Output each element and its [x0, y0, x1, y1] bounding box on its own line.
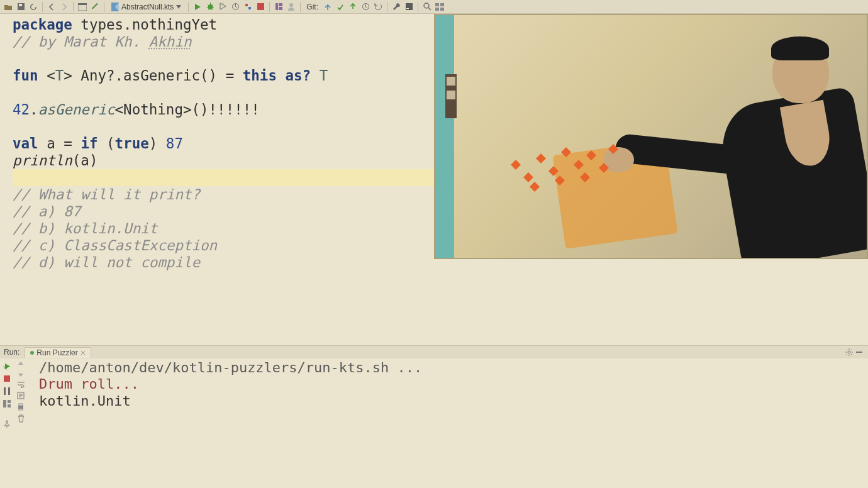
git-update-icon[interactable] [322, 1, 333, 13]
code-text: < [38, 67, 55, 84]
main-toolbar: AbstractNull.kts Git: [0, 0, 868, 14]
stop-icon[interactable] [255, 1, 266, 13]
attach-icon[interactable] [242, 1, 253, 13]
svg-rect-20 [435, 8, 439, 11]
back-icon[interactable] [46, 1, 57, 13]
run-panel: Run: Run Puzzler /home/anton/dev/kotlin-… [0, 345, 868, 488]
code-text [277, 67, 286, 84]
console-line: /home/anton/dev/kotlin-puzzlers/run-kts.… [39, 360, 422, 375]
status-dot-icon [30, 351, 34, 355]
git-revert-icon[interactable] [372, 1, 384, 13]
minimize-icon[interactable] [854, 347, 864, 357]
code-text: ) [149, 135, 166, 152]
git-commit-icon[interactable] [335, 1, 346, 13]
function-call: println [13, 152, 72, 169]
keyword: package [13, 16, 72, 33]
code-text: ( [97, 135, 114, 152]
code-text: . [30, 101, 38, 118]
close-icon[interactable] [81, 350, 86, 355]
layout-icon[interactable] [2, 399, 12, 409]
svg-rect-9 [257, 3, 264, 10]
svg-rect-28 [8, 400, 11, 403]
code-text [311, 67, 320, 84]
collapse-icon[interactable] [434, 1, 445, 13]
trash-icon[interactable] [18, 414, 25, 423]
svg-rect-8 [248, 7, 251, 9]
svg-rect-7 [245, 4, 248, 6]
ide-icon[interactable] [403, 1, 415, 13]
run-icon[interactable] [192, 1, 203, 13]
wrench-icon[interactable] [391, 1, 402, 13]
scroll-icon[interactable] [17, 392, 25, 399]
type-param: T [320, 67, 328, 84]
git-label: Git: [304, 3, 321, 11]
layout-icon[interactable] [273, 1, 284, 13]
comment: // b) kotlin.Unit [13, 220, 157, 236]
method-call: asGeneric [38, 101, 115, 118]
run-header: Run: Run Puzzler [0, 346, 868, 358]
comment: // by Marat Kh. [13, 33, 149, 50]
soft-wrap-icon[interactable] [17, 381, 25, 388]
comment: // c) ClassCastException [13, 237, 217, 253]
run-side-toolbar-1 [0, 358, 14, 488]
down-icon[interactable] [18, 371, 24, 377]
chevron-down-icon [176, 5, 181, 9]
code-editor[interactable]: package types.nothingYet // by Marat Kh.… [0, 14, 434, 345]
keyword: as? [286, 67, 311, 84]
svg-rect-1 [19, 4, 22, 6]
comment: // d) will not compile [13, 254, 200, 270]
code-text: > Any?.asGeneric() = [64, 67, 242, 84]
svg-rect-27 [3, 400, 6, 408]
code-text: types.nothingYet [72, 16, 217, 33]
file-selector[interactable]: AbstractNull.kts [108, 3, 185, 11]
svg-rect-11 [279, 3, 282, 6]
svg-rect-24 [4, 375, 10, 382]
type-param: T [55, 67, 64, 84]
svg-point-13 [289, 3, 293, 7]
file-name: AbstractNull.kts [121, 3, 174, 11]
svg-rect-26 [8, 387, 10, 395]
open-icon[interactable] [3, 1, 14, 13]
terminal-icon[interactable] [77, 1, 88, 13]
person-icon[interactable] [286, 1, 297, 13]
stop-icon[interactable] [2, 374, 12, 384]
console-line: kotlin.Unit [39, 393, 131, 409]
keyword: fun [13, 67, 38, 84]
run-side-toolbar-2 [14, 358, 28, 488]
run-body: /home/anton/dev/kotlin-puzzlers/run-kts.… [0, 358, 868, 488]
run-tab-label: Run Puzzler [36, 349, 77, 357]
build-icon[interactable] [89, 1, 101, 13]
comment: // What will it print? [13, 186, 200, 202]
profile-icon[interactable] [230, 1, 241, 13]
save-icon[interactable] [15, 1, 26, 13]
svg-rect-19 [440, 3, 444, 6]
debug-icon[interactable] [204, 1, 216, 13]
console-output[interactable]: /home/anton/dev/kotlin-puzzlers/run-kts.… [28, 358, 868, 488]
console-line: Drum roll... [39, 376, 139, 392]
svg-rect-25 [4, 387, 6, 395]
git-push-icon[interactable] [347, 1, 359, 13]
svg-rect-16 [406, 8, 409, 9]
pause-icon[interactable] [2, 386, 12, 396]
up-icon[interactable] [18, 361, 24, 367]
search-icon[interactable] [421, 1, 433, 13]
coverage-icon[interactable] [217, 1, 228, 13]
kotlin-file-icon [111, 3, 119, 11]
print-icon[interactable] [17, 403, 25, 411]
git-history-icon[interactable] [360, 1, 371, 13]
video-overlay [434, 14, 868, 259]
sync-icon[interactable] [28, 1, 39, 13]
svg-point-17 [424, 3, 429, 8]
gear-icon[interactable] [844, 347, 854, 357]
rerun-icon[interactable] [2, 361, 12, 371]
keyword: true [115, 135, 149, 152]
svg-rect-23 [856, 352, 862, 353]
code-text: (a) [72, 152, 98, 169]
svg-point-22 [848, 351, 850, 353]
forward-icon[interactable] [58, 1, 70, 13]
pin-icon[interactable] [2, 419, 12, 429]
caret-line [13, 169, 434, 186]
number: 42 [13, 101, 30, 118]
run-tab[interactable]: Run Puzzler [25, 347, 91, 358]
svg-rect-29 [8, 404, 11, 408]
